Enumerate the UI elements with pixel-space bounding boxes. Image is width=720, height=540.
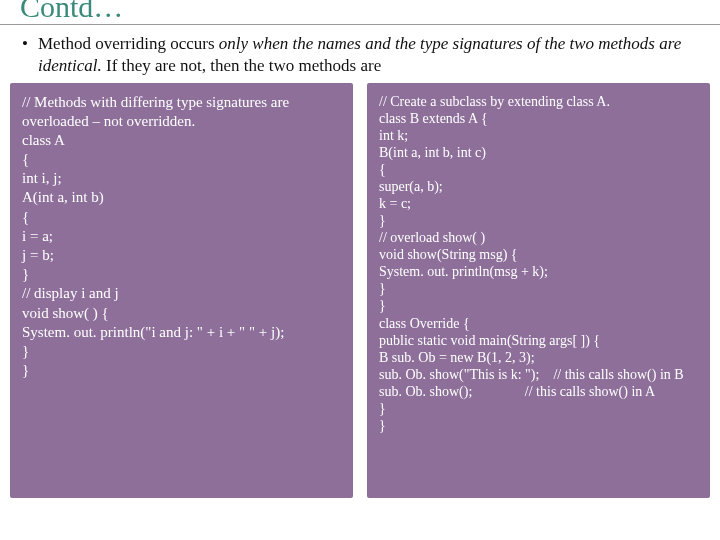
bullet-area: • Method overriding occurs only when the… — [0, 25, 720, 83]
bullet-text: Method overriding occurs only when the n… — [38, 33, 698, 77]
bullet-dot: • — [22, 33, 38, 77]
code-panels: // Methods with differing type signature… — [0, 83, 720, 498]
slide-title: Contd… — [20, 0, 700, 22]
bullet-text-post: If they are not, then the two methods ar… — [102, 56, 381, 75]
title-area: Contd… — [0, 0, 720, 25]
slide: Contd… • Method overriding occurs only w… — [0, 0, 720, 532]
bullet-text-pre: Method overriding occurs — [38, 34, 219, 53]
code-panel-right: // Create a subclass by extending class … — [367, 83, 710, 498]
bullet-item: • Method overriding occurs only when the… — [22, 33, 698, 77]
code-panel-left: // Methods with differing type signature… — [10, 83, 353, 498]
